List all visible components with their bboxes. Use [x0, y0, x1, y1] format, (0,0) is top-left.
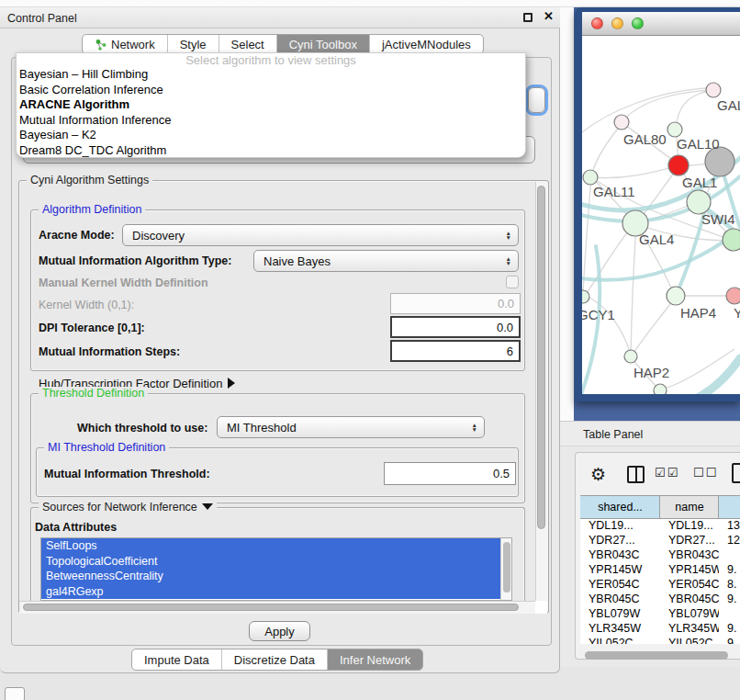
column-header[interactable]: name — [660, 496, 719, 518]
table-row[interactable]: YER054CYER054C8. — [580, 578, 740, 593]
column-header[interactable]: shared... — [580, 496, 660, 518]
attributes-scrollbar[interactable] — [500, 538, 511, 600]
gear-icon[interactable]: ⚙ — [590, 464, 606, 485]
dpi-tolerance-label: DPI Tolerance [0,1]: — [39, 322, 145, 334]
bottom-tab-discretize-data[interactable]: Discretize Data — [221, 649, 327, 670]
network-edge — [582, 88, 707, 138]
table-row[interactable]: YBR045CYBR045C9. — [580, 593, 740, 607]
attribute-item[interactable]: SelfLoops — [41, 538, 511, 554]
dpi-tolerance-field[interactable]: 0.0 — [390, 316, 521, 338]
algorithm-option[interactable]: Bayesian – K2 — [17, 128, 525, 143]
table-cell: YIL052C — [660, 637, 719, 644]
network-node-label: GCY1 — [582, 307, 615, 322]
bottom-tab-impute-data[interactable]: Impute Data — [132, 649, 221, 670]
tab-style[interactable]: Style — [167, 35, 219, 53]
data-attributes-list[interactable]: SelfLoopsTopologicalCoefficientBetweenne… — [40, 537, 512, 601]
table-row[interactable]: YBR043CYBR043C — [580, 548, 740, 563]
network-node-label: Y — [734, 305, 740, 321]
column-header[interactable] — [719, 496, 740, 518]
algorithm-placeholder: Select algorithm to view settings — [17, 53, 525, 67]
network-node[interactable] — [614, 115, 629, 130]
attribute-item[interactable]: BetweennessCentrality — [41, 569, 511, 584]
algorithm-option[interactable]: Basic Correlation Inference — [17, 83, 525, 98]
table-cell — [719, 607, 740, 622]
inference-algorithm-combo-arrow-button[interactable] — [528, 87, 545, 113]
zoom-traffic-light-icon[interactable] — [632, 17, 644, 29]
aracne-mode-label: Aracne Mode: — [39, 229, 115, 242]
bottom-tab-infer-network[interactable]: Infer Network — [327, 649, 422, 670]
close-traffic-light-icon[interactable] — [591, 17, 603, 29]
tab-jactivemnodules[interactable]: jActiveMNodules — [369, 35, 483, 53]
network-node[interactable] — [583, 170, 598, 185]
algorithm-option[interactable]: ARACNE Algorithm — [17, 97, 525, 113]
network-node[interactable] — [582, 290, 589, 303]
tab-select[interactable]: Select — [219, 35, 276, 53]
table-row[interactable]: YBL079WYBL079W — [580, 607, 740, 622]
mi-threshold-field[interactable]: 0.5 — [384, 462, 516, 485]
table-cell: 12 — [719, 534, 740, 548]
network-node[interactable] — [667, 122, 682, 137]
settings-horizontal-scrollbar-thumb[interactable] — [23, 604, 519, 611]
minimized-panel-icon[interactable] — [5, 687, 25, 700]
mi-threshold-definition-title: MI Threshold Definition — [44, 441, 169, 454]
network-node[interactable] — [726, 288, 740, 304]
network-window-titlebar[interactable] — [582, 12, 740, 36]
network-canvas[interactable]: GALGAL80GAL10GAL1GAL11SWI4GAL4GCY1HAP4YH… — [582, 36, 740, 394]
sources-title: Sources for Network Inference — [39, 501, 217, 514]
table-browser: ⚙ ☑☑ ☐☐ shared...nameYDL19...YDL19...13Y… — [575, 452, 740, 660]
tab-cyni-toolbox[interactable]: Cyni Toolbox — [276, 35, 369, 53]
tab-network[interactable]: Network — [83, 35, 167, 53]
close-icon[interactable]: ✕ — [544, 9, 554, 23]
mi-steps-field[interactable]: 6 — [390, 340, 521, 362]
table-panel-titlebar: Table Panel — [560, 421, 740, 446]
combo-arrows-icon: ▲▼ — [506, 231, 511, 240]
tab-label: Network — [111, 38, 155, 51]
table-row[interactable]: YPR145WYPR145W9. — [580, 563, 740, 578]
network-node[interactable] — [706, 83, 721, 97]
table-cell: YPR145W — [580, 563, 660, 578]
table-row[interactable]: YDL19...YDL19...13 — [580, 519, 740, 534]
aracne-mode-select[interactable]: Discovery ▲▼ — [122, 224, 519, 246]
apply-button[interactable]: Apply — [249, 621, 310, 641]
new-table-icon[interactable] — [732, 463, 740, 483]
columns-icon[interactable] — [627, 466, 645, 483]
network-node[interactable] — [654, 384, 667, 394]
unchecked-boxes-icon[interactable]: ☐☐ — [693, 466, 718, 480]
node-table: shared...nameYDL19...YDL19...13YDR27...Y… — [580, 495, 740, 644]
table-row[interactable]: YLR345WYLR345W9. — [580, 622, 740, 637]
table-cell: YIL052C — [580, 637, 660, 644]
algorithm-option[interactable]: Dream8 DC_TDC Algorithm — [17, 143, 525, 159]
network-node[interactable] — [624, 350, 637, 363]
float-window-icon[interactable] — [523, 13, 533, 22]
minimize-traffic-light-icon[interactable] — [611, 17, 623, 29]
table-horizontal-scrollbar-thumb[interactable] — [585, 651, 728, 660]
network-view-window: GALGAL80GAL10GAL1GAL11SWI4GAL4GCY1HAP4YH… — [575, 7, 740, 401]
network-node[interactable] — [668, 155, 689, 175]
network-node[interactable] — [723, 229, 740, 251]
algorithm-option[interactable]: Bayesian – Hill Climbing — [17, 67, 525, 83]
cyni-bottom-tabbar: Impute DataDiscretize DataInfer Network — [131, 649, 423, 671]
algorithm-definition-title: Algorithm Definition — [39, 203, 145, 216]
table-row[interactable]: YIL052CYIL052C9. — [580, 637, 740, 644]
network-edge — [631, 225, 636, 355]
expanded-arrow-icon[interactable] — [202, 503, 213, 510]
manual-kernel-checkbox[interactable] — [506, 276, 519, 288]
which-threshold-select[interactable]: MI Threshold ▲▼ — [217, 416, 485, 438]
table-cell: YDR27... — [580, 534, 660, 548]
network-node[interactable] — [667, 287, 685, 305]
kernel-width-field[interactable]: 0.0 — [390, 293, 521, 314]
network-edge — [676, 90, 713, 129]
table-cell: YDR27... — [660, 534, 719, 548]
attribute-item[interactable]: gal4RGexp — [41, 584, 511, 600]
mi-type-select[interactable]: Naive Bayes ▲▼ — [253, 250, 519, 272]
table-cell: YER054C — [580, 578, 660, 593]
settings-vertical-scrollbar-thumb[interactable] — [537, 186, 545, 529]
attribute-item[interactable]: TopologicalCoefficient — [41, 554, 511, 570]
panel-divider[interactable] — [560, 7, 575, 421]
algorithm-option[interactable]: Mutual Information Inference — [17, 113, 525, 129]
table-cell: 9. — [719, 637, 740, 644]
kernel-width-label: Kernel Width (0,1): — [39, 299, 134, 311]
table-row[interactable]: YDR27...YDR27...12 — [580, 534, 740, 548]
checked-boxes-icon[interactable]: ☑☑ — [655, 466, 679, 480]
which-threshold-label: Which threshold to use: — [77, 422, 207, 435]
